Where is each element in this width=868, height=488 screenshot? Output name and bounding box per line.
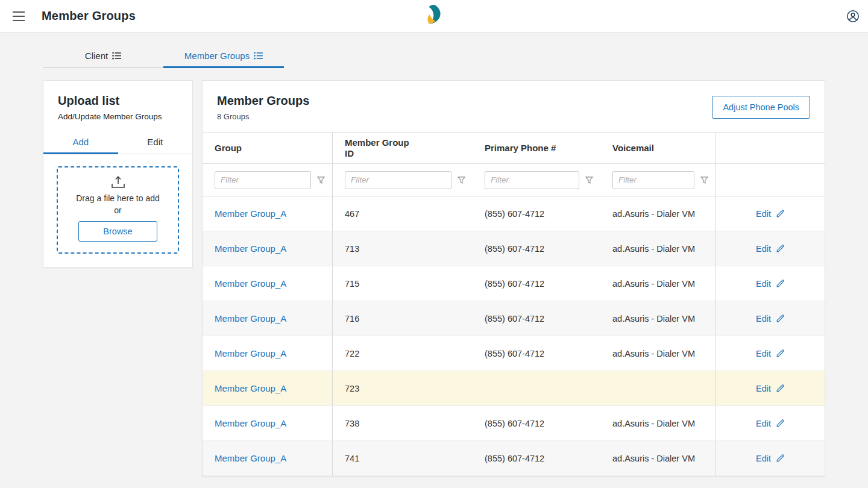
edit-link[interactable]: Edit — [756, 349, 785, 358]
edit-link[interactable]: Edit — [756, 419, 785, 428]
list-icon — [254, 52, 263, 60]
group-link[interactable]: Member Group_A — [215, 348, 286, 358]
group-link[interactable]: Member Group_A — [215, 453, 286, 463]
edit-label: Edit — [756, 419, 771, 428]
member-group-id-value: 741 — [345, 454, 359, 463]
member-group-id-value: 738 — [345, 419, 359, 428]
file-dropzone[interactable]: Drag a file here to add or Browse — [57, 166, 179, 254]
tab-member-groups[interactable]: Member Groups — [163, 45, 284, 67]
edit-label: Edit — [756, 314, 771, 324]
edit-link[interactable]: Edit — [756, 279, 785, 289]
filter-input-group[interactable] — [215, 171, 311, 189]
edit-link[interactable]: Edit — [756, 454, 785, 463]
group-link[interactable]: Member Group_A — [215, 278, 286, 289]
member-group-id-value: 723 — [345, 384, 359, 393]
upload-icon — [111, 176, 125, 192]
main-content: Client Member Groups Upload list Add/Upd… — [0, 45, 868, 477]
voicemail-value: ad.Asuris - Dialer VM — [612, 314, 695, 324]
edit-label: Edit — [756, 454, 771, 463]
column-header-primary-phone: Primary Phone # — [485, 143, 556, 153]
hamburger-menu-icon[interactable] — [10, 9, 27, 23]
upload-panel: Upload list Add/Update Member Groups Add… — [43, 80, 193, 267]
pencil-icon — [776, 244, 785, 253]
table-body: Member Group_A 467 (855) 607-4712 ad.Asu… — [203, 196, 825, 476]
table-header-row: Group Member Group ID Primary Phone # Vo… — [203, 133, 825, 164]
primary-tabs: Client Member Groups — [43, 45, 284, 68]
column-header-member-group-id: Member Group ID — [345, 137, 410, 158]
tab-client-label: Client — [85, 51, 108, 61]
pencil-icon — [776, 454, 785, 463]
member-groups-panel: Member Groups 8 Groups Adjust Phone Pool… — [202, 80, 825, 477]
list-icon — [112, 52, 121, 60]
edit-label: Edit — [756, 349, 771, 358]
pencil-icon — [776, 419, 785, 428]
member-group-id-value: 713 — [345, 244, 359, 254]
upload-panel-subtitle: Add/Update Member Groups — [58, 112, 178, 121]
account-icon[interactable] — [846, 10, 860, 23]
app-header: Member Groups — [0, 0, 868, 33]
column-header-voicemail: Voicemail — [612, 143, 654, 153]
voicemail-value: ad.Asuris - Dialer VM — [612, 209, 695, 219]
tab-client[interactable]: Client — [43, 45, 163, 67]
member-group-id-value: 722 — [345, 349, 359, 358]
tab-member-groups-label: Member Groups — [184, 51, 250, 61]
group-link[interactable]: Member Group_A — [215, 243, 286, 254]
table-filter-row — [203, 164, 825, 196]
table-row: Member Group_A 467 (855) 607-4712 ad.Asu… — [203, 196, 825, 231]
voicemail-value: ad.Asuris - Dialer VM — [612, 419, 695, 428]
member-group-id-value: 715 — [345, 279, 359, 289]
filter-funnel-icon[interactable] — [700, 177, 708, 184]
pencil-icon — [776, 279, 785, 288]
group-link[interactable]: Member Group_A — [215, 313, 286, 324]
voicemail-value: ad.Asuris - Dialer VM — [612, 454, 695, 463]
table-row: Member Group_A 715 (855) 607-4712 ad.Asu… — [203, 266, 825, 301]
upload-tabs: Add Edit — [43, 131, 192, 154]
primary-phone-value: (855) 607-4712 — [485, 349, 544, 358]
member-groups-table: Group Member Group ID Primary Phone # Vo… — [203, 132, 825, 476]
voicemail-value: ad.Asuris - Dialer VM — [612, 349, 695, 358]
primary-phone-value: (855) 607-4712 — [485, 454, 544, 463]
edit-link[interactable]: Edit — [756, 209, 785, 219]
group-link[interactable]: Member Group_A — [215, 208, 286, 219]
groups-count: 8 Groups — [217, 112, 309, 121]
voicemail-value: ad.Asuris - Dialer VM — [612, 244, 695, 254]
edit-label: Edit — [756, 244, 771, 254]
primary-phone-value: (855) 607-4712 — [485, 314, 544, 324]
filter-funnel-icon[interactable] — [317, 177, 325, 184]
edit-link[interactable]: Edit — [756, 384, 785, 393]
table-row: Member Group_A 716 (855) 607-4712 ad.Asu… — [203, 301, 825, 336]
pencil-icon — [776, 209, 785, 218]
table-row: Member Group_A 722 (855) 607-4712 ad.Asu… — [203, 336, 825, 371]
pencil-icon — [776, 349, 785, 358]
filter-input-voicemail[interactable] — [612, 171, 694, 189]
browse-button[interactable]: Browse — [78, 221, 157, 242]
upload-panel-title: Upload list — [58, 94, 178, 108]
tab-edit[interactable]: Edit — [118, 131, 193, 154]
group-link[interactable]: Member Group_A — [215, 418, 286, 428]
dropzone-text: Drag a file here to add — [64, 193, 172, 204]
member-group-id-value: 716 — [345, 314, 359, 324]
primary-phone-value: (855) 607-4712 — [485, 244, 544, 254]
edit-link[interactable]: Edit — [756, 244, 785, 254]
voicemail-value: ad.Asuris - Dialer VM — [612, 279, 695, 289]
edit-label: Edit — [756, 384, 771, 393]
brand-logo-icon — [424, 4, 444, 28]
edit-label: Edit — [756, 209, 771, 219]
table-row: Member Group_A 741 (855) 607-4712 ad.Asu… — [203, 441, 825, 476]
filter-input-primary-phone[interactable] — [485, 171, 579, 189]
page-title: Member Groups — [42, 9, 136, 23]
pencil-icon — [776, 314, 785, 323]
groups-panel-title: Member Groups — [217, 94, 309, 108]
table-row: Member Group_A 738 (855) 607-4712 ad.Asu… — [203, 406, 825, 441]
tab-add[interactable]: Add — [43, 131, 118, 154]
filter-funnel-icon[interactable] — [458, 177, 465, 184]
pencil-icon — [776, 384, 785, 393]
group-link[interactable]: Member Group_A — [215, 383, 286, 393]
member-group-id-value: 467 — [345, 209, 359, 219]
table-row: Member Group_A 713 (855) 607-4712 ad.Asu… — [203, 231, 825, 266]
adjust-phone-pools-button[interactable]: Adjust Phone Pools — [712, 96, 810, 119]
primary-phone-value: (855) 607-4712 — [485, 419, 544, 428]
filter-input-member-group-id[interactable] — [345, 171, 451, 189]
edit-link[interactable]: Edit — [756, 314, 785, 324]
filter-funnel-icon[interactable] — [585, 177, 593, 184]
